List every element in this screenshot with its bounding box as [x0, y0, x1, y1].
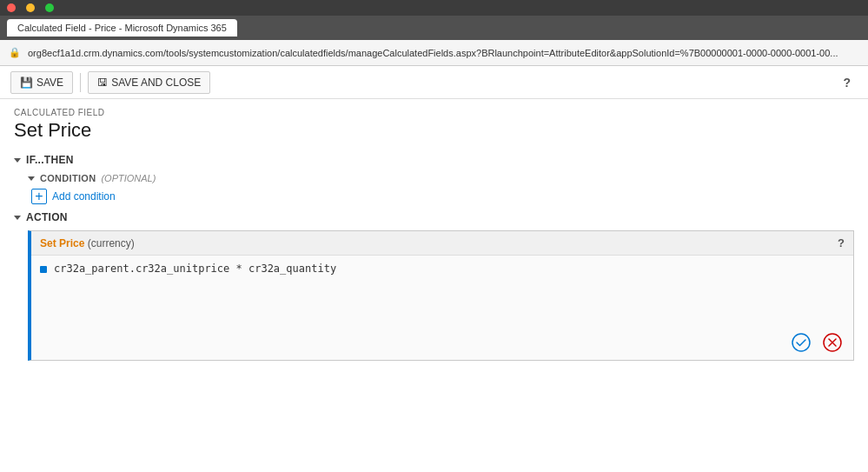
- add-condition-row: + Add condition: [31, 189, 854, 204]
- add-condition-label[interactable]: Add condition: [52, 190, 116, 203]
- action-box: Set Price (currency) ? cr32a_parent.cr32…: [28, 230, 854, 361]
- action-help-button[interactable]: ?: [838, 236, 845, 249]
- help-button[interactable]: ?: [836, 72, 858, 93]
- if-then-section-header[interactable]: IF...THEN: [14, 154, 854, 166]
- svg-point-0: [792, 334, 810, 351]
- action-body: cr32a_parent.cr32a_unitprice * cr32a_qua…: [31, 256, 853, 325]
- action-section: ACTION Set Price (currency) ? cr32a_pare…: [14, 211, 854, 361]
- condition-section: CONDITION (OPTIONAL) + Add condition: [28, 173, 854, 204]
- expression-bullet: [40, 266, 47, 273]
- action-chevron-icon: [14, 216, 21, 220]
- toolbar-separator: [80, 73, 81, 92]
- action-box-header: Set Price (currency) ?: [31, 231, 853, 256]
- add-condition-button[interactable]: +: [31, 189, 47, 204]
- action-section-header[interactable]: ACTION: [14, 211, 854, 223]
- action-field-type-text: (currency): [88, 237, 135, 249]
- expression-text[interactable]: cr32a_parent.cr32a_unitprice * cr32a_qua…: [54, 263, 336, 275]
- save-label: SAVE: [36, 76, 63, 89]
- save-button[interactable]: 💾 SAVE: [10, 71, 73, 94]
- action-box-title: Set Price (currency): [40, 237, 135, 249]
- close-dot: [7, 3, 16, 12]
- action-field-name: Set Price: [40, 237, 84, 249]
- action-label: ACTION: [26, 211, 68, 223]
- if-then-label: IF...THEN: [26, 154, 74, 166]
- condition-label: CONDITION: [40, 173, 96, 183]
- condition-header: CONDITION (OPTIONAL): [28, 173, 854, 183]
- page-title: Set Price: [14, 119, 854, 142]
- cancel-button[interactable]: [820, 330, 845, 355]
- app-toolbar: 💾 SAVE 🖫 SAVE AND CLOSE ?: [0, 66, 868, 99]
- browser-tabs-bar: Calculated Field - Price - Microsoft Dyn…: [0, 16, 868, 40]
- address-text[interactable]: org8ecf1a1d.crm.dynamics.com/tools/syste…: [28, 48, 859, 58]
- calculated-field-label: CALCULATED FIELD: [14, 108, 854, 117]
- save-close-icon: 🖫: [97, 76, 108, 89]
- action-footer: [31, 325, 853, 360]
- browser-tab[interactable]: Calculated Field - Price - Microsoft Dyn…: [7, 19, 237, 37]
- lock-icon: 🔒: [9, 47, 21, 58]
- confirm-button[interactable]: [789, 330, 813, 355]
- optional-label: (OPTIONAL): [101, 173, 156, 183]
- save-close-label: SAVE AND CLOSE: [111, 76, 201, 89]
- if-then-chevron-icon: [14, 158, 21, 163]
- browser-bar: [0, 0, 868, 16]
- save-close-button[interactable]: 🖫 SAVE AND CLOSE: [88, 71, 210, 94]
- save-icon: 💾: [20, 76, 33, 89]
- maximize-dot: [45, 3, 54, 12]
- condition-chevron-icon: [28, 176, 35, 181]
- content-area: CALCULATED FIELD Set Price IF...THEN CON…: [0, 99, 868, 376]
- expression-row: cr32a_parent.cr32a_unitprice * cr32a_qua…: [40, 263, 845, 275]
- minimize-dot: [26, 3, 35, 12]
- address-bar: 🔒 org8ecf1a1d.crm.dynamics.com/tools/sys…: [0, 40, 868, 66]
